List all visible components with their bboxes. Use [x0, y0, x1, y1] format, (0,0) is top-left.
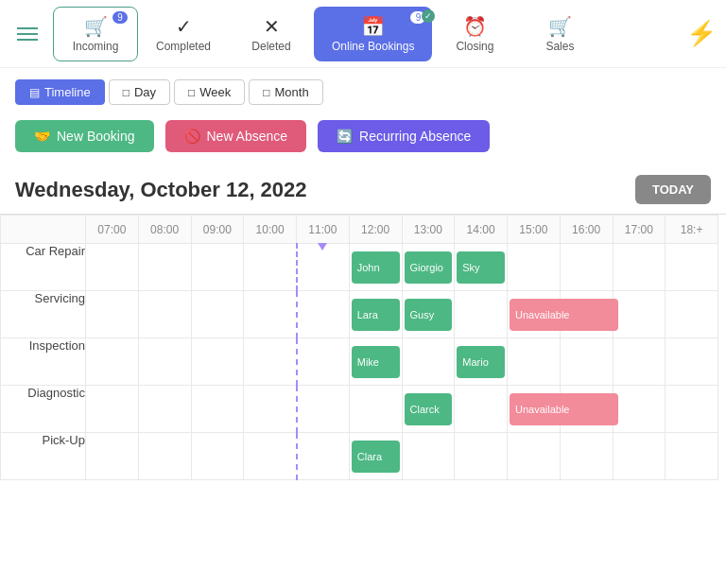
cal-cell-3-10[interactable] — [613, 386, 666, 433]
cal-cell-2-2[interactable] — [191, 338, 244, 386]
cal-cell-0-2[interactable] — [191, 244, 244, 291]
cal-cell-0-7[interactable]: Sky — [455, 244, 508, 291]
nav-tab-completed[interactable]: ✓ Completed — [138, 7, 229, 61]
cal-cell-0-0[interactable] — [86, 244, 139, 291]
cal-cell-1-7[interactable] — [455, 291, 508, 338]
timeline-view-button[interactable]: ▤ Timeline — [15, 79, 105, 105]
cal-cell-2-11[interactable] — [666, 338, 718, 386]
closing-icon: ⏰ — [463, 15, 487, 38]
cal-cell-3-3[interactable] — [244, 386, 297, 433]
cal-cell-3-2[interactable] — [191, 386, 244, 433]
cal-cell-1-5[interactable]: Lara — [349, 291, 402, 338]
day-view-button[interactable]: □ Day — [109, 79, 170, 105]
event-john[interactable]: John — [352, 251, 400, 284]
new-absence-button[interactable]: 🚫 New Absence — [165, 120, 307, 152]
lightning-icon[interactable]: ⚡ — [686, 19, 717, 48]
calendar-row-pick-up: Pick-UpClara — [1, 433, 718, 480]
event-unavailable[interactable]: Unavailable — [510, 299, 618, 331]
incoming-label: Incoming — [73, 40, 119, 53]
row-label-4: Pick-Up — [1, 433, 86, 480]
month-icon: □ — [263, 86, 269, 99]
time-header-empty — [1, 216, 86, 244]
cal-cell-2-0[interactable] — [86, 338, 139, 386]
event-giorgio[interactable]: Giorgio — [405, 251, 453, 284]
cal-cell-4-11[interactable] — [666, 433, 718, 480]
cal-cell-4-10[interactable] — [613, 433, 666, 480]
cal-cell-0-11[interactable] — [666, 244, 718, 291]
cal-cell-1-2[interactable] — [191, 291, 244, 338]
nav-tabs: 9 🛒 Incoming ✓ Completed ✕ Deleted 9 ✓ 📅… — [53, 7, 686, 61]
cal-cell-2-7[interactable]: Mario — [455, 338, 508, 386]
nav-tab-closing[interactable]: ⏰ Closing — [432, 7, 517, 61]
cal-cell-4-0[interactable] — [86, 433, 139, 480]
event-mario[interactable]: Mario — [457, 346, 505, 378]
cal-cell-4-8[interactable] — [508, 433, 561, 480]
recurring-absence-button[interactable]: 🔄 Recurring Absence — [318, 120, 490, 152]
day-icon: □ — [123, 86, 130, 99]
cal-cell-1-0[interactable] — [86, 291, 139, 338]
time-slot-1400: 14:00 — [455, 216, 508, 244]
cal-cell-3-1[interactable] — [138, 386, 191, 433]
event-clarck[interactable]: Clarck — [405, 393, 453, 425]
cal-cell-3-0[interactable] — [86, 386, 139, 433]
cal-cell-3-7[interactable] — [455, 386, 508, 433]
cal-cell-1-3[interactable] — [244, 291, 297, 338]
view-controls: ▤ Timeline □ Day □ Week □ Month — [0, 68, 726, 112]
event-sky[interactable]: Sky — [457, 251, 505, 284]
cal-cell-4-7[interactable] — [455, 433, 508, 480]
hamburger-menu[interactable] — [9, 20, 45, 48]
cal-cell-4-3[interactable] — [244, 433, 297, 480]
cal-cell-4-6[interactable] — [402, 433, 455, 480]
cal-cell-2-5[interactable]: Mike — [349, 338, 402, 386]
cal-cell-2-8[interactable] — [508, 338, 561, 386]
cal-cell-4-1[interactable] — [138, 433, 191, 480]
month-view-button[interactable]: □ Month — [249, 79, 322, 105]
event-lara[interactable]: Lara — [352, 299, 400, 331]
cal-cell-0-10[interactable] — [613, 244, 666, 291]
nav-tab-deleted[interactable]: ✕ Deleted — [229, 7, 314, 61]
cal-cell-2-4[interactable] — [297, 338, 350, 386]
cal-cell-3-8[interactable]: Unavailable — [508, 386, 561, 433]
cal-cell-0-3[interactable] — [244, 244, 297, 291]
cal-cell-1-4[interactable] — [297, 291, 350, 338]
new-booking-icon: 🤝 — [34, 129, 50, 144]
nav-tab-incoming[interactable]: 9 🛒 Incoming — [53, 7, 138, 61]
cal-cell-2-6[interactable] — [402, 338, 455, 386]
event-mike[interactable]: Mike — [352, 346, 400, 378]
nav-tab-online-bookings[interactable]: 9 ✓ 📅 Online Bookings — [314, 7, 432, 61]
event-gusy[interactable]: Gusy — [405, 299, 453, 331]
nav-tab-sales[interactable]: 🛒 Sales — [517, 7, 602, 61]
new-absence-icon: 🚫 — [184, 129, 200, 144]
week-view-button[interactable]: □ Week — [174, 79, 245, 105]
cal-cell-0-1[interactable] — [138, 244, 191, 291]
event-unavailable[interactable]: Unavailable — [510, 393, 618, 425]
cal-cell-0-8[interactable] — [508, 244, 561, 291]
cal-cell-1-8[interactable]: Unavailable — [508, 291, 561, 338]
cal-cell-0-6[interactable]: Giorgio — [402, 244, 455, 291]
new-booking-button[interactable]: 🤝 New Booking — [15, 120, 154, 152]
cal-cell-1-10[interactable] — [613, 291, 666, 338]
cal-cell-4-2[interactable] — [191, 433, 244, 480]
cal-cell-3-6[interactable]: Clarck — [402, 386, 455, 433]
cal-cell-1-6[interactable]: Gusy — [402, 291, 455, 338]
cal-cell-2-9[interactable] — [560, 338, 613, 386]
cal-cell-2-3[interactable] — [244, 338, 297, 386]
calendar-row-diagnostic: DiagnosticClarckUnavailable — [1, 386, 718, 433]
cal-cell-3-4[interactable] — [297, 386, 350, 433]
cal-cell-0-4[interactable] — [297, 244, 350, 291]
cal-cell-1-1[interactable] — [138, 291, 191, 338]
cal-cell-3-11[interactable] — [666, 386, 718, 433]
cal-cell-2-1[interactable] — [138, 338, 191, 386]
cal-cell-4-9[interactable] — [560, 433, 613, 480]
completed-icon: ✓ — [176, 15, 192, 38]
cal-cell-0-9[interactable] — [560, 244, 613, 291]
cal-cell-2-10[interactable] — [613, 338, 666, 386]
cal-cell-4-5[interactable]: Clara — [349, 433, 402, 480]
row-label-2: Inspection — [1, 338, 86, 386]
cal-cell-3-5[interactable] — [349, 386, 402, 433]
event-clara[interactable]: Clara — [352, 441, 400, 473]
cal-cell-1-11[interactable] — [666, 291, 718, 338]
cal-cell-0-5[interactable]: John — [349, 244, 402, 291]
today-button[interactable]: TODAY — [635, 175, 711, 204]
cal-cell-4-4[interactable] — [297, 433, 350, 480]
